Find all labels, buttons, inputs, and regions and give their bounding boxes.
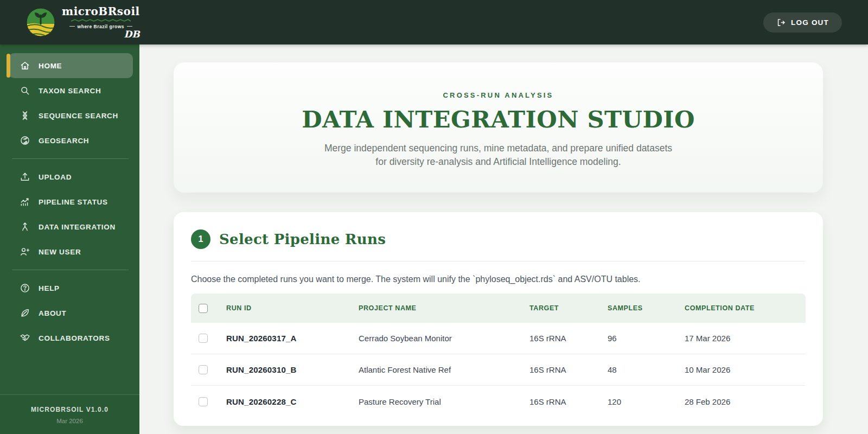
logo-title: microBRsoil [62, 6, 140, 17]
run-id-cell: RUN_20260228_C [226, 397, 359, 406]
sidebar-item-label: HELP [39, 284, 60, 292]
search-icon [20, 85, 30, 96]
row-checkbox[interactable] [199, 334, 208, 343]
sidebar-item-label: ABOUT [39, 309, 67, 317]
merge-icon [20, 221, 30, 232]
project-name-cell: Atlantic Forest Native Ref [359, 365, 529, 374]
handshake-icon [20, 333, 30, 343]
sidebar-item-collaborators[interactable]: COLLABORATORS [9, 326, 133, 350]
run-id-cell: RUN_20260310_B [226, 365, 359, 374]
upload-icon [20, 171, 30, 182]
sidebar-item-label: GEOSEARCH [39, 137, 89, 145]
row-checkbox[interactable] [199, 365, 208, 374]
main-content: CROSS-RUN ANALYSIS DATA INTEGRATION STUD… [139, 44, 868, 434]
hero-eyebrow: CROSS-RUN ANALYSIS [443, 91, 554, 99]
sidebar-item-label: PIPELINE STATUS [39, 198, 108, 206]
logo-wave-decoration [71, 18, 131, 22]
hero-description: Merge independent sequencing runs, mine … [322, 142, 675, 169]
sidebar-item-label: UPLOAD [39, 173, 72, 181]
table-header-row: RUN ID PROJECT NAME TARGET SAMPLES COMPL… [191, 293, 806, 323]
target-cell: 16S rRNA [529, 365, 608, 374]
table-row: RUN_20260310_B Atlantic Forest Native Re… [191, 354, 806, 386]
home-icon [20, 60, 30, 71]
select-all-checkbox[interactable] [199, 304, 208, 313]
app-release-date: Mar 2026 [5, 418, 134, 424]
row-checkbox[interactable] [199, 397, 208, 406]
step-title: Select Pipeline Runs [219, 231, 386, 247]
run-id-cell: RUN_20260317_A [226, 334, 359, 343]
column-header-completion-date: COMPLETION DATE [685, 304, 806, 312]
sidebar: HOME TAXON SEARCH SEQUENCE SEARCH GEOSEA… [0, 44, 139, 434]
user-plus-icon [20, 246, 30, 257]
completion-date-cell: 17 Mar 2026 [685, 334, 806, 343]
target-cell: 16S rRNA [529, 334, 608, 343]
target-cell: 16S rRNA [529, 397, 608, 406]
sidebar-footer: MICROBRSOIL V1.0.0 Mar 2026 [0, 394, 139, 434]
section-divider [191, 261, 806, 261]
samples-cell: 120 [608, 397, 685, 406]
sidebar-item-geosearch[interactable]: GEOSEARCH [9, 128, 133, 153]
table-row: RUN_20260228_C Pasture Recovery Trial 16… [191, 386, 806, 417]
completion-date-cell: 10 Mar 2026 [685, 365, 806, 374]
app-logo: microBRsoil where Brazil grows DB [26, 6, 140, 39]
sidebar-item-label: SEQUENCE SEARCH [39, 112, 118, 120]
sidebar-nav: HOME TAXON SEARCH SEQUENCE SEARCH GEOSEA… [0, 44, 139, 394]
sidebar-item-data-integration[interactable]: DATA INTEGRATION [9, 214, 133, 239]
top-header-bar: microBRsoil where Brazil grows DB LOG OU… [0, 0, 868, 44]
logo-db-suffix: DB [124, 30, 140, 39]
help-icon [20, 283, 30, 293]
column-header-samples: SAMPLES [608, 304, 685, 312]
sidebar-item-upload[interactable]: UPLOAD [9, 164, 133, 189]
app-version: MICROBRSOIL V1.0.0 [5, 406, 134, 413]
sidebar-item-help[interactable]: HELP [9, 276, 133, 301]
logo-tagline: where Brazil grows [69, 24, 132, 29]
sidebar-item-label: COLLABORATORS [39, 334, 110, 342]
completion-date-cell: 28 Feb 2026 [685, 397, 806, 406]
sidebar-divider [12, 270, 129, 270]
column-header-project-name: PROJECT NAME [359, 304, 529, 312]
sidebar-item-pipeline-status[interactable]: PIPELINE STATUS [9, 189, 133, 214]
samples-cell: 96 [608, 334, 685, 343]
select-runs-card: 1 Select Pipeline Runs Choose the comple… [174, 212, 823, 426]
step-description: Choose the completed runs you want to me… [191, 275, 806, 284]
leaf-icon [20, 308, 30, 318]
column-header-run-id: RUN ID [226, 304, 359, 312]
pipeline-runs-table: RUN ID PROJECT NAME TARGET SAMPLES COMPL… [191, 293, 806, 417]
sidebar-divider [12, 158, 129, 159]
sidebar-item-new-user[interactable]: NEW USER [9, 239, 133, 264]
column-header-target: TARGET [529, 304, 608, 312]
logout-icon [776, 18, 786, 27]
logout-button[interactable]: LOG OUT [763, 12, 842, 33]
sidebar-item-about[interactable]: ABOUT [9, 301, 133, 326]
step-number-badge: 1 [191, 229, 210, 249]
logo-globe-icon [26, 8, 55, 37]
sidebar-item-label: HOME [39, 62, 62, 70]
step-header: 1 Select Pipeline Runs [191, 229, 806, 249]
logout-label: LOG OUT [791, 18, 829, 27]
sidebar-item-taxon-search[interactable]: TAXON SEARCH [9, 78, 133, 103]
dna-icon [20, 110, 30, 121]
project-name-cell: Pasture Recovery Trial [359, 397, 529, 406]
chart-icon [20, 196, 30, 207]
sidebar-item-label: NEW USER [39, 248, 81, 256]
sidebar-item-home[interactable]: HOME [9, 53, 133, 78]
sidebar-item-label: DATA INTEGRATION [39, 223, 116, 231]
table-row: RUN_20260317_A Cerrado Soybean Monitor 1… [191, 323, 806, 354]
hero-card: CROSS-RUN ANALYSIS DATA INTEGRATION STUD… [174, 62, 823, 193]
sidebar-item-sequence-search[interactable]: SEQUENCE SEARCH [9, 103, 133, 128]
sidebar-item-label: TAXON SEARCH [39, 87, 101, 95]
samples-cell: 48 [608, 365, 685, 374]
project-name-cell: Cerrado Soybean Monitor [359, 334, 529, 343]
globe-icon [20, 135, 30, 146]
page-title: DATA INTEGRATION STUDIO [302, 107, 695, 132]
